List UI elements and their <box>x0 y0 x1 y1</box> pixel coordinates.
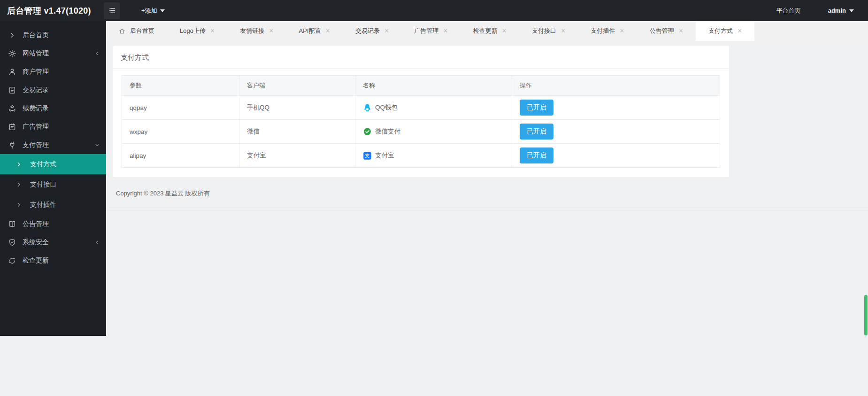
tab-update-check[interactable]: 检查更新 × <box>461 21 519 41</box>
user-menu[interactable]: admin <box>828 7 854 14</box>
table-row: wxpay 微信 <box>122 120 720 144</box>
gear-icon <box>8 49 17 58</box>
book-icon <box>8 220 17 228</box>
sidebar-item-security[interactable]: 系统安全 <box>0 233 106 251</box>
close-icon[interactable]: × <box>269 27 273 35</box>
platform-home-link[interactable]: 平台首页 <box>776 7 801 15</box>
chevron-right-icon <box>16 182 22 187</box>
main-area: 后台首页 Logo上传 × 友情链接 × API配置 × 交易记录 × 广告管理… <box>106 21 868 336</box>
sidebar-subitem-pay-plugin[interactable]: 支付插件 <box>0 194 106 215</box>
chevron-right-icon <box>8 32 17 39</box>
sidebar-item-transactions[interactable]: 交易记录 <box>0 81 106 99</box>
top-header: 后台管理 v1.47(1020) +添加 平台首页 admin <box>0 0 868 21</box>
param-cell: qqpay <box>122 96 239 120</box>
name-cell: 微信支付 <box>355 120 512 144</box>
tab-label: 支付插件 <box>591 27 615 35</box>
close-icon[interactable]: × <box>561 27 565 35</box>
tab-label: 支付接口 <box>532 27 556 35</box>
sidebar-item-payment[interactable]: 支付管理 <box>0 136 106 154</box>
tab-friend-links[interactable]: 友情链接 × <box>227 21 286 41</box>
tab-announcements[interactable]: 公告管理 × <box>637 21 696 41</box>
action-cell: 已开启 <box>512 144 720 168</box>
table-header-row: 参数 客户端 名称 操作 <box>122 76 720 96</box>
close-icon[interactable]: × <box>210 27 215 35</box>
close-icon[interactable]: × <box>502 27 507 35</box>
close-icon[interactable]: × <box>620 27 624 35</box>
column-header-param: 参数 <box>122 76 239 96</box>
chevron-down-icon <box>160 9 165 12</box>
table-row: alipay 支付宝 支 支付宝 <box>122 144 720 168</box>
sidebar-subitem-pay-interface[interactable]: 支付接口 <box>0 174 106 194</box>
sidebar-item-website[interactable]: 网站管理 <box>0 44 106 62</box>
action-cell: 已开启 <box>512 120 720 144</box>
enabled-toggle-button[interactable]: 已开启 <box>520 124 553 140</box>
copyright-text: Copyright © 2023 星益云 版权所有 <box>116 189 210 198</box>
sidebar-item-label: 系统安全 <box>23 238 49 247</box>
close-icon[interactable]: × <box>443 27 447 35</box>
close-icon[interactable]: × <box>679 27 683 35</box>
enabled-toggle-button[interactable]: 已开启 <box>520 148 553 163</box>
close-icon[interactable]: × <box>326 27 330 35</box>
update-icon <box>8 256 17 265</box>
sidebar: 后台首页 网站管理 商户管理 交易记录 <box>0 21 106 336</box>
sidebar-item-renewals[interactable]: 续费记录 <box>0 99 106 117</box>
payment-methods-table: 参数 客户端 名称 操作 qqpay 手机QQ <box>122 75 720 168</box>
close-icon[interactable]: × <box>737 27 742 35</box>
client-cell: 支付宝 <box>239 144 355 168</box>
chevron-down-icon <box>849 9 854 12</box>
renewal-icon <box>8 104 17 113</box>
tab-label: 广告管理 <box>414 27 438 35</box>
sidebar-item-label: 商户管理 <box>23 68 49 76</box>
tab-transactions[interactable]: 交易记录 × <box>343 21 401 41</box>
username: admin <box>828 7 846 14</box>
sidebar-item-label: 支付管理 <box>23 141 49 149</box>
tab-ads[interactable]: 广告管理 × <box>401 21 460 41</box>
document-icon <box>8 86 17 94</box>
sidebar-item-label: 交易记录 <box>23 86 49 94</box>
name-cell: 支 支付宝 <box>355 144 512 168</box>
tab-label: 友情链接 <box>240 27 264 35</box>
wechat-pay-icon <box>363 127 372 136</box>
sidebar-subitem-pay-methods[interactable]: 支付方式 <box>0 154 106 174</box>
chevron-left-icon <box>94 240 100 245</box>
table-row: qqpay 手机QQ QQ钱包 <box>122 96 720 120</box>
add-dropdown[interactable]: +添加 <box>141 7 165 15</box>
sidebar-item-announcements[interactable]: 公告管理 <box>0 215 106 233</box>
sidebar-item-ads[interactable]: 广告管理 <box>0 117 106 136</box>
add-dropdown-label: +添加 <box>141 7 157 15</box>
client-cell: 手机QQ <box>239 96 355 120</box>
enabled-toggle-button[interactable]: 已开启 <box>520 100 553 116</box>
tab-api-config[interactable]: API配置 × <box>286 21 343 41</box>
content-card: 支付方式 参数 客户端 名称 操作 qqpay 手机QQ <box>113 46 729 177</box>
scrollbar-thumb[interactable] <box>864 295 868 335</box>
sidebar-subitem-label: 支付接口 <box>30 180 56 189</box>
tab-label: 交易记录 <box>355 27 380 35</box>
svg-text:支: 支 <box>365 153 369 158</box>
chevron-left-icon <box>94 51 100 56</box>
tab-label: Logo上传 <box>180 27 206 35</box>
sidebar-item-merchant[interactable]: 商户管理 <box>0 62 106 81</box>
sidebar-item-label: 公告管理 <box>23 220 49 228</box>
app-title: 后台管理 v1.47(1020) <box>7 5 91 16</box>
tab-pay-methods[interactable]: 支付方式 × <box>696 21 754 41</box>
chevron-down-icon <box>94 142 100 148</box>
tab-label: API配置 <box>299 27 321 35</box>
menu-toggle-button[interactable] <box>104 2 120 19</box>
sidebar-item-home[interactable]: 后台首页 <box>0 26 106 44</box>
action-cell: 已开启 <box>512 96 720 120</box>
payment-name: 微信支付 <box>375 127 400 136</box>
user-icon <box>8 68 17 76</box>
close-icon[interactable]: × <box>384 27 389 35</box>
shield-icon <box>8 238 17 247</box>
alipay-icon: 支 <box>363 151 372 160</box>
tab-pay-plugin[interactable]: 支付插件 × <box>578 21 637 41</box>
param-cell: wxpay <box>122 120 239 144</box>
column-header-client: 客户端 <box>239 76 355 96</box>
column-header-name: 名称 <box>355 76 512 96</box>
sidebar-item-update[interactable]: 检查更新 <box>0 251 106 270</box>
tab-logo-upload[interactable]: Logo上传 × <box>167 21 227 41</box>
tab-home[interactable]: 后台首页 <box>106 21 167 41</box>
tab-pay-interface[interactable]: 支付接口 × <box>519 21 578 41</box>
sidebar-item-label: 网站管理 <box>23 49 49 58</box>
param-cell: alipay <box>122 144 239 168</box>
